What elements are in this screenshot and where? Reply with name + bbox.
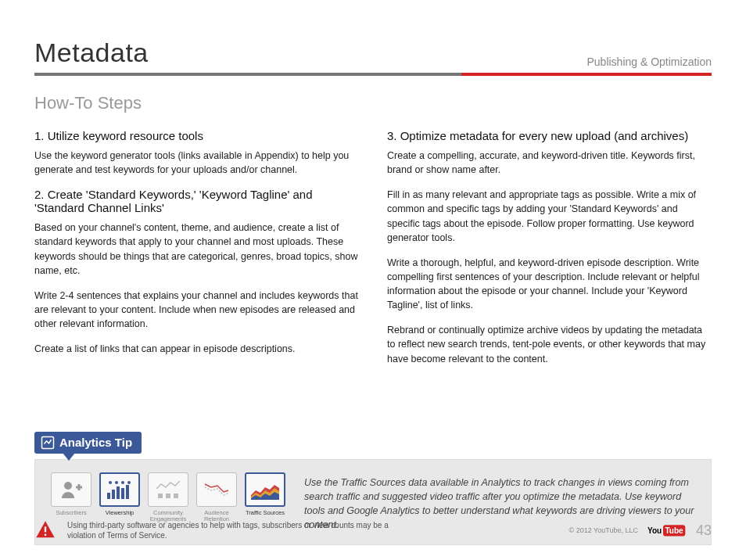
svg-point-9	[121, 481, 124, 484]
viewership-icon	[99, 472, 140, 507]
svg-text:You: You	[647, 526, 662, 535]
subscribers-tile: Subscribers	[51, 472, 91, 523]
page-number: 43	[696, 522, 712, 539]
warning-block: Using third-party software or agencies t…	[34, 519, 396, 541]
step2-title: 2. Create 'Standard Keywords,' 'Keyword …	[34, 188, 359, 214]
svg-rect-15	[45, 534, 46, 536]
community-icon	[148, 472, 188, 507]
step1-title: 1. Utilize keyword resource tools	[34, 129, 359, 142]
warning-text: Using third-party software or agencies t…	[67, 520, 396, 540]
badge-arrow	[63, 453, 75, 461]
step2-body3: Create a list of links that can appear i…	[34, 342, 359, 356]
community-tile: Community Engagements	[148, 472, 188, 523]
step3-body1: Create a compelling, accurate, and keywo…	[387, 149, 712, 177]
analytics-tip-badge: Analytics Tip	[34, 432, 142, 454]
traffic-icon	[245, 472, 285, 507]
step1-body: Use the keyword generator tools (links a…	[34, 149, 359, 177]
youtube-logo: YouTube	[647, 522, 687, 539]
retention-tile: Audience Retention	[196, 472, 237, 523]
analytics-icon-row: Subscribers Viewership Community Engagem…	[51, 472, 285, 523]
traffic-label: Traffic Sources	[245, 510, 285, 516]
svg-point-8	[115, 481, 118, 484]
right-column: 3. Optimize metadata for every new uploa…	[387, 129, 712, 377]
subscribers-icon	[51, 472, 91, 507]
viewership-tile: Viewership	[99, 472, 140, 523]
svg-point-1	[64, 482, 72, 490]
svg-rect-13	[174, 494, 178, 498]
chart-icon	[41, 436, 55, 450]
retention-icon	[196, 472, 237, 507]
svg-rect-14	[45, 526, 46, 532]
svg-point-10	[127, 481, 131, 484]
left-column: 1. Utilize keyword resource tools Use th…	[34, 129, 359, 377]
svg-text:Tube: Tube	[665, 526, 683, 535]
svg-rect-2	[107, 493, 110, 499]
step3-body2: Fill in as many relevant and appropriate…	[387, 188, 712, 245]
step2-body1: Based on your channel's content, theme, …	[34, 221, 359, 278]
step3-body4: Rebrand or continually optimize archive …	[387, 323, 712, 365]
traffic-tile: Traffic Sources	[245, 472, 285, 523]
copyright: © 2012 YouTube, LLC	[569, 526, 638, 534]
svg-rect-11	[158, 494, 163, 498]
svg-rect-5	[121, 488, 124, 499]
svg-point-7	[109, 481, 112, 484]
footer: Using third-party software or agencies t…	[34, 519, 712, 541]
breadcrumb: Publishing & Optimization	[586, 56, 712, 68]
svg-rect-6	[126, 485, 129, 499]
warning-icon	[34, 519, 56, 541]
header-rule	[34, 73, 712, 76]
step2-body2: Write 2-4 sentences that explains your c…	[34, 289, 359, 331]
footer-right: © 2012 YouTube, LLC YouTube 43	[569, 522, 712, 539]
svg-rect-3	[112, 490, 115, 499]
subscribers-label: Subscribers	[51, 510, 91, 516]
step3-body3: Write a thorough, helpful, and keyword-d…	[387, 256, 712, 313]
step3-title: 3. Optimize metadata for every new uploa…	[387, 129, 712, 142]
page-title: Metadata	[34, 38, 149, 68]
svg-rect-12	[166, 494, 170, 498]
analytics-tip-label: Analytics Tip	[59, 436, 132, 449]
svg-rect-4	[117, 486, 120, 499]
viewership-label: Viewership	[99, 510, 140, 516]
section-title: How-To Steps	[34, 93, 712, 113]
